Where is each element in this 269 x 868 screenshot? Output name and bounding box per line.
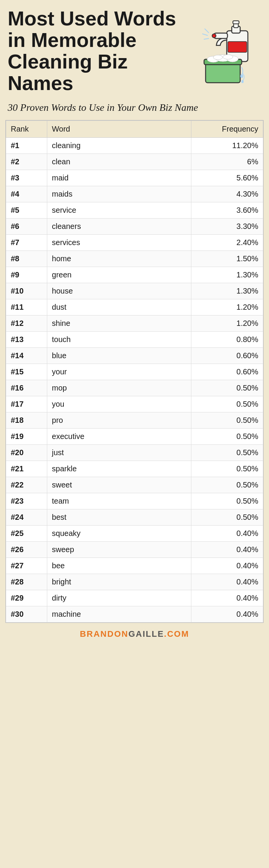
rank-cell: #7 <box>6 235 47 251</box>
word-cell: house <box>47 283 191 299</box>
frequency-cell: 0.50% <box>191 380 263 396</box>
rank-cell: #9 <box>6 267 47 283</box>
frequency-cell: 5.60% <box>191 170 263 186</box>
data-table-wrapper: Rank Word Frequency #1cleaning11.20%#2cl… <box>5 120 264 623</box>
table-row: #2clean6% <box>6 154 263 170</box>
word-cell: cleaners <box>47 219 191 235</box>
rank-cell: #6 <box>6 219 47 235</box>
word-cell: team <box>47 493 191 509</box>
table-row: #13touch0.80% <box>6 332 263 348</box>
frequency-cell: 0.40% <box>191 574 263 590</box>
frequency-cell: 1.50% <box>191 251 263 267</box>
word-cell: shine <box>47 315 191 332</box>
word-cell: sweep <box>47 542 191 558</box>
rank-cell: #26 <box>6 542 47 558</box>
word-cell: maids <box>47 186 191 202</box>
cleaning-supplies-svg <box>198 12 259 88</box>
rank-cell: #8 <box>6 251 47 267</box>
word-cell: green <box>47 267 191 283</box>
word-cell: sparkle <box>47 461 191 477</box>
word-cell: you <box>47 396 191 412</box>
frequency-cell: 0.50% <box>191 493 263 509</box>
table-row: #16mop0.50% <box>6 380 263 396</box>
com-text: .COM <box>164 629 189 639</box>
rank-cell: #16 <box>6 380 47 396</box>
rank-cell: #22 <box>6 477 47 493</box>
frequency-cell: 1.30% <box>191 283 263 299</box>
header: Most Used Words in Memorable Cleaning Bi… <box>0 0 269 98</box>
word-cell: bright <box>47 574 191 590</box>
word-cell: touch <box>47 332 191 348</box>
cleaning-tub-group <box>204 55 244 83</box>
svg-rect-1 <box>228 42 247 52</box>
table-row: #10house1.30% <box>6 283 263 299</box>
rank-column-header: Rank <box>6 121 47 138</box>
svg-line-6 <box>203 34 208 35</box>
table-row: #30machine0.40% <box>6 606 263 623</box>
table-row: #4maids4.30% <box>6 186 263 202</box>
table-row: #23team0.50% <box>6 493 263 509</box>
frequency-cell: 0.50% <box>191 429 263 445</box>
header-row: Rank Word Frequency <box>6 121 263 138</box>
rank-cell: #23 <box>6 493 47 509</box>
footer-branding: BRANDONGAILLE.COM <box>8 629 261 639</box>
svg-line-7 <box>204 38 209 39</box>
rank-cell: #3 <box>6 170 47 186</box>
word-cell: your <box>47 364 191 380</box>
rank-cell: #4 <box>6 186 47 202</box>
rank-cell: #5 <box>6 202 47 219</box>
word-cell: best <box>47 509 191 526</box>
rank-cell: #21 <box>6 461 47 477</box>
table-row: #5service3.60% <box>6 202 263 219</box>
table-row: #17you0.50% <box>6 396 263 412</box>
cleaning-illustration <box>196 8 261 88</box>
word-cell: bee <box>47 558 191 574</box>
rank-cell: #1 <box>6 138 47 154</box>
table-row: #25squeaky0.40% <box>6 526 263 542</box>
gaille-name: GAILLE <box>128 629 164 639</box>
frequency-cell: 0.60% <box>191 348 263 364</box>
brand-name: BRANDON <box>80 629 128 639</box>
subtitle: 30 Proven Words to Use in Your Own Biz N… <box>0 98 269 120</box>
rank-cell: #18 <box>6 412 47 429</box>
word-cell: machine <box>47 606 191 623</box>
word-cell: maid <box>47 170 191 186</box>
frequency-cell: 0.80% <box>191 332 263 348</box>
table-row: #15your0.60% <box>6 364 263 380</box>
word-cell: sweet <box>47 477 191 493</box>
rank-cell: #15 <box>6 364 47 380</box>
frequency-cell: 1.20% <box>191 299 263 315</box>
word-cell: dust <box>47 299 191 315</box>
frequency-cell: 0.40% <box>191 606 263 623</box>
svg-point-15 <box>213 55 223 60</box>
rank-cell: #27 <box>6 558 47 574</box>
rank-cell: #10 <box>6 283 47 299</box>
frequency-cell: 0.50% <box>191 509 263 526</box>
frequency-cell: 0.50% <box>191 445 263 461</box>
word-cell: clean <box>47 154 191 170</box>
word-column-header: Word <box>47 121 191 138</box>
frequency-cell: 0.40% <box>191 558 263 574</box>
svg-line-5 <box>205 29 209 33</box>
rank-cell: #17 <box>6 396 47 412</box>
table-row: #20just0.50% <box>6 445 263 461</box>
svg-point-16 <box>223 55 233 59</box>
rank-cell: #11 <box>6 299 47 315</box>
table-row: #3maid5.60% <box>6 170 263 186</box>
frequency-cell: 0.40% <box>191 542 263 558</box>
frequency-cell: 0.50% <box>191 396 263 412</box>
word-cell: services <box>47 235 191 251</box>
table-row: #24best0.50% <box>6 509 263 526</box>
frequency-cell: 1.20% <box>191 315 263 332</box>
table-row: #26sweep0.40% <box>6 542 263 558</box>
table-row: #8home1.50% <box>6 251 263 267</box>
word-cell: home <box>47 251 191 267</box>
frequency-cell: 0.40% <box>191 526 263 542</box>
rank-cell: #12 <box>6 315 47 332</box>
page-container: Most Used Words in Memorable Cleaning Bi… <box>0 0 269 644</box>
frequency-cell: 3.30% <box>191 219 263 235</box>
word-cell: dirty <box>47 590 191 606</box>
rank-cell: #28 <box>6 574 47 590</box>
table-row: #6cleaners3.30% <box>6 219 263 235</box>
frequency-cell: 1.30% <box>191 267 263 283</box>
